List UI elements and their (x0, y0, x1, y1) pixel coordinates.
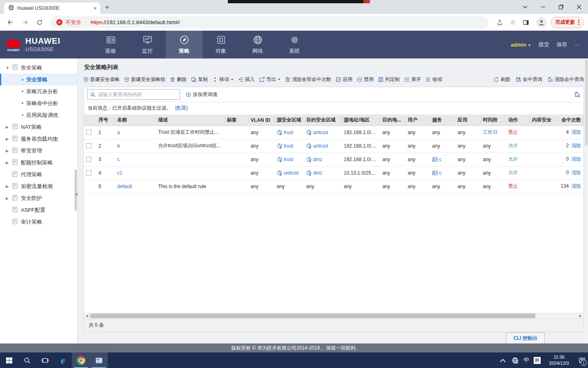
policy-name-link[interactable]: c (117, 157, 120, 162)
close-icon[interactable] (570, 0, 588, 14)
input-language[interactable]: 中 (521, 352, 532, 368)
service-object-link[interactable]: c (439, 170, 441, 176)
nav-item-monitor[interactable]: 监控 (129, 31, 166, 58)
column-header[interactable]: 应用 (455, 115, 480, 126)
sidebar-item[interactable]: ▼安全策略 (0, 62, 77, 74)
sidebar-item[interactable]: 代理策略 (0, 168, 77, 180)
sidebar-item[interactable]: •策略命中分析 (0, 97, 77, 109)
toolbar-button[interactable]: 禁用 (357, 76, 374, 83)
sidebar-item[interactable]: ▶NAT策略 (0, 121, 77, 133)
chrome-icon[interactable] (72, 352, 90, 368)
search-input[interactable] (98, 92, 177, 97)
sidebar-item[interactable]: 审计策略 (0, 216, 77, 228)
cell-source-zone-link[interactable]: trust (284, 143, 293, 149)
status-config-link[interactable]: [配置] (175, 105, 188, 112)
column-header[interactable]: 时间段 (481, 115, 506, 126)
tab-search-icon[interactable] (516, 0, 534, 14)
sidebar-item[interactable]: ▶安全防护 (0, 192, 77, 204)
taskbar-clock[interactable]: 11:36 2024/12/3 (542, 352, 576, 368)
toolbar-button[interactable]: 复制 (191, 76, 208, 83)
column-header[interactable]: 序号 (96, 115, 115, 126)
toolbar-button[interactable]: 插入 (238, 76, 255, 83)
toolbar-button[interactable]: 命中查询 (516, 76, 542, 83)
scrollbar-thumb[interactable] (90, 314, 535, 318)
horizontal-scrollbar[interactable]: ◀ ▶ (84, 313, 584, 319)
column-header[interactable]: 用户 (405, 115, 430, 126)
profile-avatar[interactable] (536, 17, 547, 28)
search-box[interactable] (87, 89, 180, 100)
column-header[interactable]: 描述 (156, 115, 224, 126)
internet-explorer-icon[interactable]: e (54, 352, 72, 368)
more-menu-icon[interactable]: ··· (575, 42, 580, 48)
clear-hits-link[interactable]: 清除 (571, 143, 581, 148)
column-header[interactable]: 目的安全区域 (304, 115, 341, 126)
tree-closed-icon[interactable]: ▶ (6, 196, 12, 200)
add-query-button[interactable]: 添加查询项 (186, 91, 217, 98)
page-scrollbar[interactable] (585, 58, 588, 343)
policy-name-link[interactable]: a (117, 130, 120, 135)
cell-source-zone-link[interactable]: trust (284, 130, 293, 135)
sidebar-item[interactable]: •应用风险调优 (0, 109, 77, 121)
cell-source-zone-link[interactable]: untrust (284, 170, 299, 176)
sidebar-item[interactable]: ASPF配置 (0, 204, 77, 216)
url-bar[interactable]: ✕ 不安全 https://192.168.0.1:8443/default.h… (51, 16, 489, 28)
policy-name-link[interactable]: b (117, 143, 120, 149)
service-object-link[interactable]: c (439, 157, 441, 162)
toolbar-button[interactable]: 展开 (404, 76, 421, 83)
sidebar-scrollbar[interactable] (75, 170, 77, 211)
notes-app-icon[interactable] (90, 352, 108, 368)
cell-destination-zone-link[interactable]: untrust (313, 143, 328, 149)
toolbar-button[interactable]: 移动 (212, 76, 234, 83)
tray-expand-icon[interactable] (497, 352, 509, 368)
nav-item-dashboard[interactable]: 面板 (92, 31, 129, 58)
clear-hits-link[interactable]: 清除 (571, 170, 581, 175)
cell-destination-zone-link[interactable]: dmz (313, 157, 323, 162)
minimize-icon[interactable] (534, 0, 552, 14)
browser-menu-icon[interactable] (578, 20, 579, 25)
tree-closed-icon[interactable]: ▶ (6, 149, 12, 153)
sidebar-item[interactable]: •安全策略 (0, 74, 77, 85)
update-button[interactable]: 完成更新 (551, 17, 584, 28)
user-menu[interactable]: admin▼ (511, 42, 531, 48)
taskbar-search-icon[interactable] (18, 352, 36, 368)
tree-closed-icon[interactable]: ▶ (6, 137, 12, 141)
new-tab-button[interactable]: + (105, 3, 109, 12)
clear-hits-link[interactable]: 清除 (571, 129, 581, 135)
sidebar-item[interactable]: ▶配额控制策略 (0, 157, 77, 168)
toolbar-button[interactable]: 导出 (259, 76, 281, 83)
sidebar-item[interactable]: •策略冗余分析 (0, 85, 77, 97)
submit-button[interactable]: 提交 (539, 41, 549, 48)
browser-tab[interactable]: Huawei USG6300E × (4, 2, 100, 14)
toolbar-button[interactable]: 列定制 (378, 76, 400, 83)
toolbar-button[interactable]: 刷新 (494, 76, 510, 83)
row-checkbox[interactable] (86, 143, 91, 148)
toolbar-button[interactable]: 00清除全部命中次数 (285, 76, 331, 83)
save-button[interactable]: 保存 (557, 41, 567, 48)
row-checkbox[interactable] (86, 130, 91, 135)
forward-icon[interactable] (19, 16, 31, 29)
tree-open-icon[interactable]: ▼ (6, 66, 12, 70)
column-header[interactable]: 源安全区域 (274, 115, 304, 126)
column-header[interactable]: 服务 (430, 115, 455, 126)
time-range-link[interactable]: 工作日 (483, 129, 498, 135)
tree-closed-icon[interactable]: ▶ (6, 184, 12, 188)
action-center-icon[interactable]: 1 (576, 352, 588, 368)
policy-name-link[interactable]: c1 (117, 170, 122, 176)
row-checkbox[interactable] (86, 170, 91, 175)
clear-hits-link[interactable]: 清除 (571, 183, 581, 189)
nav-item-objects[interactable]: 对象 (203, 31, 239, 58)
side-panel-icon[interactable] (520, 16, 532, 29)
sidebar-item[interactable]: ▶加密流量检测 (0, 180, 77, 192)
scroll-left-icon[interactable]: ◀ (84, 313, 89, 319)
policy-name-link[interactable]: default (117, 184, 132, 189)
sidebar-item[interactable]: ▶服务器负载均衡 (0, 133, 77, 145)
clear-hits-link[interactable]: 清除 (571, 156, 581, 162)
ime-mode[interactable]: 拼 (532, 352, 542, 368)
clear-query-icon[interactable] (574, 92, 580, 98)
back-icon[interactable] (4, 16, 16, 29)
row-checkbox[interactable] (86, 157, 91, 162)
cell-destination-zone-link[interactable]: dmz (313, 170, 323, 176)
share-icon[interactable] (494, 16, 506, 29)
sidebar-collapse-icon[interactable]: ◀ (74, 192, 78, 196)
tab-close-icon[interactable]: × (94, 5, 97, 11)
